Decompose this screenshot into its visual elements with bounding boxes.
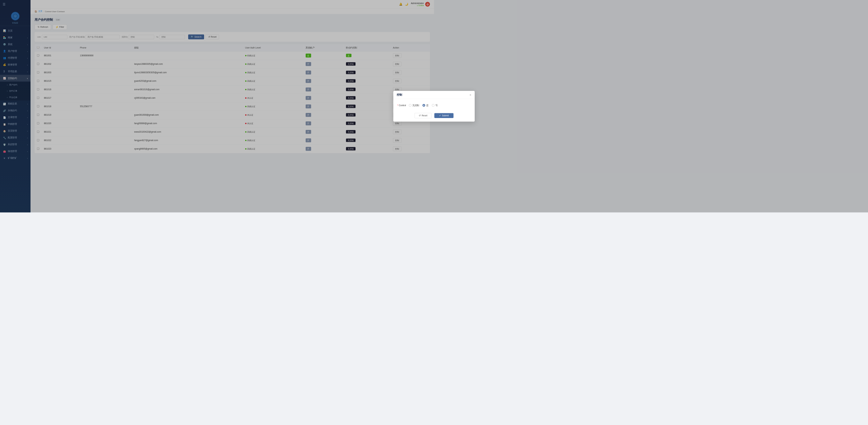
modal-submit-icon: ✓ [439, 114, 441, 117]
modal-reset-button[interactable]: ↺ Reset [414, 113, 431, 118]
radio-label-loss: 亏 [435, 104, 438, 107]
modal-close-button[interactable]: × [470, 93, 471, 96]
radio-label-no-control: 无控制 [412, 104, 419, 107]
control-modal: 控制 × * Control 无控制 是 亏 [393, 91, 475, 122]
modal-footer: ↺ Reset ✓ Submit [393, 110, 475, 122]
modal-title: 控制 [397, 93, 402, 97]
modal-reset-icon: ↺ [419, 114, 421, 117]
radio-circle-no-control [409, 104, 411, 107]
control-field: * Control 无控制 是 亏 [397, 104, 471, 107]
modal-submit-button[interactable]: ✓ Submit [434, 113, 454, 118]
radio-circle-yes [422, 104, 425, 107]
radio-label-yes: 是 [426, 104, 429, 107]
radio-circle-loss [432, 104, 434, 107]
radio-loss[interactable]: 亏 [432, 104, 438, 107]
control-radio-group: 无控制 是 亏 [409, 104, 438, 107]
radio-no-control[interactable]: 无控制 [409, 104, 419, 107]
modal-header: 控制 × [393, 91, 475, 99]
radio-yes[interactable]: 是 [422, 104, 429, 107]
control-field-label: * Control [397, 104, 406, 107]
modal-body: * Control 无控制 是 亏 [393, 99, 475, 110]
modal-overlay[interactable]: 控制 × * Control 无控制 是 亏 [0, 0, 868, 213]
